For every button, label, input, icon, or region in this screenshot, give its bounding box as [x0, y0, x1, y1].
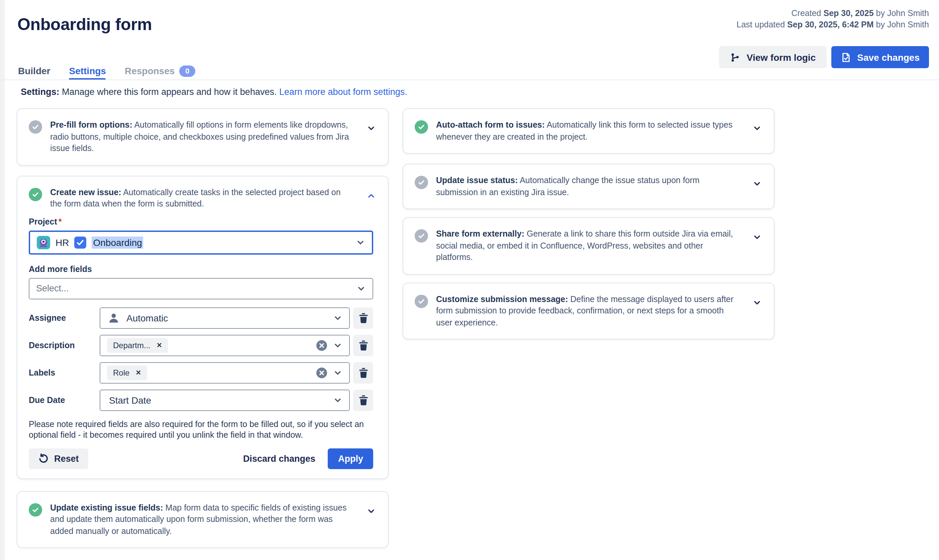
- description-row: Description Departm... ✕: [29, 334, 373, 356]
- due-date-select[interactable]: Start Date: [100, 389, 350, 411]
- responses-count-badge: 0: [179, 65, 195, 77]
- trash-icon: [358, 340, 368, 351]
- discard-changes-button[interactable]: Discard changes: [243, 454, 315, 463]
- chevron-down-icon[interactable]: [362, 503, 380, 518]
- chevron-down-icon: [333, 313, 342, 322]
- status-check-icon: [415, 229, 428, 243]
- right-column: Auto-attach form to issues: Automaticall…: [402, 108, 774, 340]
- chevron-down-icon: [333, 395, 342, 405]
- status-check-icon: [29, 188, 42, 201]
- tab-divider: [0, 80, 939, 80]
- card-update-existing-issue-fields[interactable]: Update existing issue fields: Map form d…: [17, 491, 389, 548]
- delete-row-button[interactable]: [353, 334, 373, 356]
- remove-chip-icon[interactable]: ✕: [136, 369, 141, 376]
- clear-select-icon[interactable]: [316, 340, 327, 351]
- apply-button[interactable]: Apply: [328, 448, 373, 469]
- chevron-down-icon: [356, 284, 366, 293]
- card-share-form-externally[interactable]: Share form externally: Generate a link t…: [402, 217, 774, 274]
- status-check-icon: [415, 120, 428, 134]
- task-issue-type-icon: [74, 236, 86, 248]
- branch-icon: [730, 52, 741, 63]
- description-chip[interactable]: Departm... ✕: [107, 338, 168, 352]
- chevron-down-icon: [356, 238, 365, 247]
- delete-row-button[interactable]: [353, 307, 373, 328]
- left-edge-strip: [0, 0, 5, 560]
- chevron-down-icon[interactable]: [362, 121, 380, 135]
- settings-description: Settings: Manage where this form appears…: [21, 86, 407, 99]
- left-column: Pre-fill form options: Automatically fil…: [17, 108, 389, 548]
- labels-row: Labels Role ✕: [29, 362, 373, 383]
- reset-icon: [38, 453, 49, 464]
- add-more-fields-select[interactable]: Select...: [29, 278, 373, 299]
- view-form-logic-button[interactable]: View form logic: [719, 46, 826, 68]
- card-customize-submission-message[interactable]: Customize submission message: Define the…: [402, 282, 774, 340]
- add-more-fields-label: Add more fields: [29, 264, 373, 274]
- create-card-actions: Reset Discard changes Apply: [29, 448, 373, 469]
- form-settings-page: Onboarding form Created Sep 30, 2025 by …: [0, 0, 939, 560]
- chevron-down-icon: [333, 340, 342, 350]
- created-line: Created Sep 30, 2025 by John Smith: [737, 8, 929, 19]
- reset-button[interactable]: Reset: [29, 448, 88, 469]
- assignee-row: Assignee Automatic: [29, 307, 373, 328]
- status-check-icon: [415, 294, 428, 308]
- project-key: HR: [56, 237, 69, 248]
- page-title: Onboarding form: [17, 15, 152, 34]
- trash-icon: [358, 395, 368, 405]
- labels-select[interactable]: Role ✕: [100, 362, 350, 383]
- project-avatar: [37, 235, 50, 249]
- project-select[interactable]: HR Onboarding: [29, 230, 373, 254]
- card-prefill-form-options[interactable]: Pre-fill form options: Automatically fil…: [17, 108, 389, 165]
- chevron-up-icon[interactable]: [362, 188, 380, 203]
- header-actions: View form logic Save changes: [719, 46, 929, 68]
- tab-bar: Builder Settings Responses 0: [18, 62, 195, 80]
- learn-more-link[interactable]: Learn more about form settings.: [279, 87, 407, 97]
- status-check-icon: [29, 503, 42, 516]
- clear-select-icon[interactable]: [316, 367, 327, 378]
- due-date-row: Due Date Start Date: [29, 389, 373, 411]
- labels-chip[interactable]: Role ✕: [107, 365, 147, 380]
- tab-builder[interactable]: Builder: [18, 62, 50, 80]
- chevron-down-icon[interactable]: [748, 121, 766, 135]
- updated-line: Last updated Sep 30, 2025, 6:42 PM by Jo…: [737, 19, 929, 31]
- chevron-down-icon: [333, 368, 342, 377]
- chevron-down-icon[interactable]: [748, 230, 766, 245]
- trash-icon: [358, 312, 368, 323]
- chevron-down-icon[interactable]: [748, 177, 766, 191]
- project-name-highlighted: Onboarding: [92, 236, 143, 248]
- form-meta: Created Sep 30, 2025 by John Smith Last …: [737, 8, 929, 31]
- delete-row-button[interactable]: [353, 362, 373, 383]
- trash-icon: [358, 367, 368, 378]
- description-select[interactable]: Departm... ✕: [100, 334, 350, 356]
- card-create-new-issue: Create new issue: Automatically create t…: [17, 175, 389, 479]
- tab-settings[interactable]: Settings: [69, 62, 106, 80]
- project-label: Project*: [29, 217, 373, 226]
- status-check-icon: [29, 120, 42, 134]
- card-update-issue-status[interactable]: Update issue status: Automatically chang…: [402, 164, 774, 209]
- status-check-icon: [415, 176, 428, 189]
- tab-responses[interactable]: Responses 0: [125, 62, 195, 80]
- save-document-icon: [840, 52, 851, 63]
- card-auto-attach-form[interactable]: Auto-attach form to issues: Automaticall…: [402, 108, 774, 154]
- delete-row-button[interactable]: [353, 389, 373, 411]
- person-avatar-icon: [107, 311, 120, 325]
- remove-chip-icon[interactable]: ✕: [156, 342, 162, 349]
- save-changes-button[interactable]: Save changes: [831, 46, 929, 68]
- assignee-select[interactable]: Automatic: [100, 307, 350, 328]
- required-fields-note: Please note required fields are also req…: [29, 418, 373, 441]
- chevron-down-icon[interactable]: [748, 295, 766, 310]
